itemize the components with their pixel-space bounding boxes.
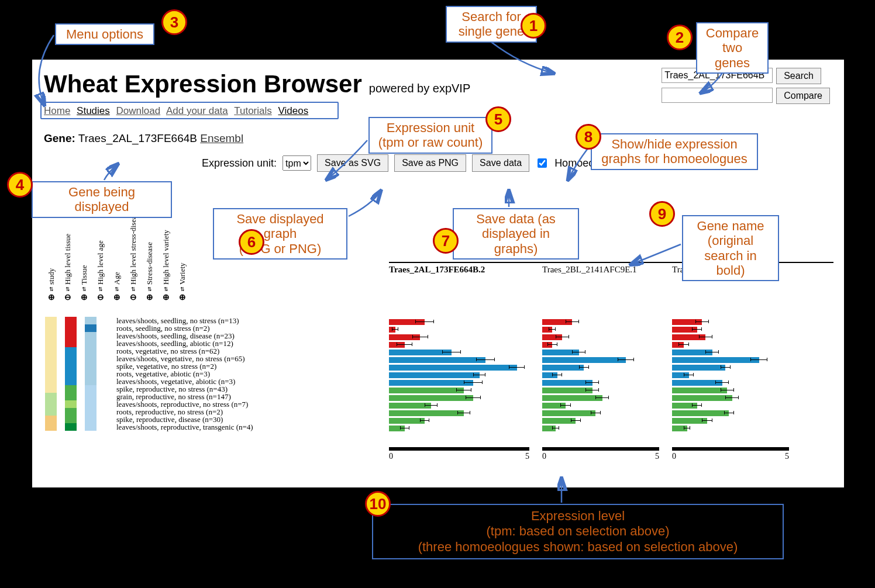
error-bar	[420, 420, 429, 421]
sort-arrows-icon[interactable]: ⇅	[180, 287, 185, 292]
sort-label: High level tissue	[63, 212, 73, 285]
ensembl-link[interactable]: Ensembl	[200, 132, 243, 144]
heatmap-cell	[85, 355, 97, 362]
error-bar	[476, 359, 495, 360]
sort-toggle-icon[interactable]: ⊕	[163, 293, 170, 302]
badge-7: 7	[433, 228, 459, 254]
sort-toggle-icon[interactable]: ⊕	[48, 293, 55, 302]
callout-9: Gene name(originalsearch in bold)	[682, 215, 779, 281]
x-axis: 05	[389, 447, 529, 461]
save-data-button[interactable]: Save data	[472, 154, 529, 172]
error-bar	[464, 382, 483, 383]
heatmap-cell	[65, 332, 77, 340]
callout-6: Save displayed graph(SVG or PNG)	[213, 208, 347, 260]
bar	[389, 372, 480, 378]
error-bar	[397, 344, 412, 345]
heatmap-cell	[65, 378, 77, 385]
axis-tick: 0	[542, 452, 546, 461]
callout-8: Show/hide expressiongraphs for homoeolog…	[591, 133, 758, 170]
bar	[389, 395, 473, 401]
sort-toggle-icon[interactable]: ⊕	[113, 293, 120, 302]
badge-3: 3	[161, 9, 187, 35]
error-bar	[684, 375, 694, 375]
error-bar	[457, 413, 470, 413]
error-bar	[725, 397, 739, 398]
bar	[542, 380, 592, 386]
bar	[389, 410, 464, 416]
sort-toggle-icon[interactable]: ⊕	[81, 293, 88, 302]
sort-column[interactable]: High level tissue⇅⊖	[61, 212, 74, 302]
sort-column[interactable]: High level age⇅⊖	[94, 212, 107, 302]
sort-column[interactable]: High level variety⇅⊕	[160, 212, 173, 302]
sort-toggle-icon[interactable]: ⊖	[64, 293, 71, 302]
page-subtitle: powered by expVIP	[369, 82, 470, 95]
sort-column[interactable]: Tissue⇅⊕	[78, 212, 91, 302]
badge-2: 2	[667, 25, 693, 50]
sort-arrows-icon[interactable]: ⇅	[82, 287, 87, 292]
gene-value: Traes_2AL_173FE664B	[78, 132, 197, 144]
sort-toggle-icon[interactable]: ⊕	[179, 293, 186, 302]
sort-column[interactable]: Age⇅⊕	[111, 212, 123, 302]
heatmap-cell	[85, 347, 97, 355]
error-bar	[684, 428, 690, 428]
gene-compare-input[interactable]	[662, 88, 773, 103]
error-bar	[699, 337, 712, 337]
sort-toggle-icon[interactable]: ⊖	[130, 293, 137, 302]
callout-7: Save data (asdisplayed in graphs)	[453, 208, 579, 260]
error-bar	[556, 337, 569, 337]
heatmap-cell	[45, 347, 57, 355]
sort-arrows-icon[interactable]: ⇅	[164, 287, 168, 292]
sort-column[interactable]: High level stress-disea⇅⊖	[127, 212, 140, 302]
expression-chart: 05	[672, 318, 802, 461]
heatmap-cell	[65, 347, 77, 355]
sort-toggle-icon[interactable]: ⊖	[97, 293, 104, 302]
sort-column[interactable]: study⇅⊕	[45, 212, 58, 302]
nav-highlight-frame	[40, 102, 339, 119]
expression-unit-select[interactable]: tpm	[283, 155, 311, 171]
heatmap-cell	[85, 332, 97, 340]
charts-area: Traes_2AL_173FE664B.2 Traes_2BL_2141AFC9…	[389, 262, 833, 461]
sort-arrows-icon[interactable]: ⇅	[49, 287, 54, 292]
bar	[672, 380, 722, 386]
heatmap-cell	[45, 370, 57, 378]
sort-column[interactable]: Variety⇅⊕	[176, 212, 189, 302]
expression-chart: 05	[542, 318, 672, 461]
bar	[672, 365, 725, 371]
error-bar	[591, 413, 601, 413]
heatmap-cell	[85, 423, 97, 431]
heatmap-cell	[45, 324, 57, 332]
heatmap-cell	[65, 362, 77, 370]
page-title: Wheat Expression Browser	[44, 70, 362, 98]
error-bar	[721, 367, 731, 368]
sort-toggle-icon[interactable]: ⊕	[146, 293, 153, 302]
heatmap-cell	[85, 393, 97, 400]
sort-label: High level age	[96, 212, 105, 285]
sort-column[interactable]: Stress-disease⇅⊕	[143, 212, 156, 302]
save-svg-button[interactable]: Save as SVG	[317, 154, 388, 172]
sort-label: Stress-disease	[145, 212, 154, 285]
sort-label: Tissue	[80, 212, 89, 285]
heatmap-column	[85, 317, 97, 431]
compare-button[interactable]: Compare	[776, 88, 830, 104]
sort-arrows-icon[interactable]: ⇅	[66, 287, 70, 292]
bar	[542, 365, 584, 371]
error-bar	[750, 359, 767, 360]
sort-arrows-icon[interactable]: ⇅	[147, 287, 152, 292]
homoeologues-checkbox[interactable]	[538, 158, 547, 168]
search-button[interactable]: Search	[776, 68, 821, 84]
sort-arrows-icon[interactable]: ⇅	[131, 287, 136, 292]
bar	[672, 388, 727, 393]
heatmap-cell	[65, 340, 77, 347]
heatmap-cell	[45, 385, 57, 393]
sort-arrows-icon[interactable]: ⇅	[115, 287, 119, 292]
heatmap-column	[45, 317, 57, 431]
bar	[389, 357, 485, 363]
heatmap-cell	[65, 385, 77, 393]
save-png-button[interactable]: Save as PNG	[394, 154, 466, 172]
error-bar	[579, 367, 589, 368]
badge-6: 6	[239, 229, 264, 255]
error-bar	[721, 390, 734, 390]
axis-tick: 0	[389, 452, 393, 461]
error-bar	[595, 397, 609, 398]
sort-arrows-icon[interactable]: ⇅	[98, 287, 103, 292]
